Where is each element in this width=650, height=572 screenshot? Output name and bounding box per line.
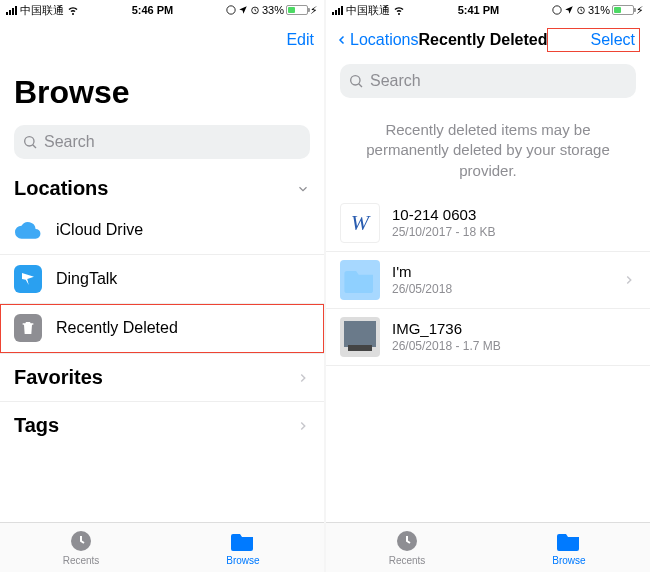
dingtalk-icon <box>14 265 42 293</box>
clock: 5:46 PM <box>79 4 226 16</box>
signal-icon <box>332 6 343 15</box>
file-row-image[interactable]: IMG_1736 26/05/2018 - 1.7 MB <box>326 309 650 366</box>
status-bar: 中国联通 5:41 PM 31% ⚡︎ <box>326 0 650 20</box>
carrier-label: 中国联通 <box>346 3 390 18</box>
back-label: Locations <box>350 31 419 49</box>
battery-percent: 31% <box>588 4 610 16</box>
info-text: Recently deleted items may be permanentl… <box>326 110 650 195</box>
alarm-icon <box>576 5 586 15</box>
select-button[interactable]: Select <box>547 28 640 52</box>
tab-recents-label: Recents <box>63 555 100 566</box>
search-icon <box>348 73 364 89</box>
location-icloud[interactable]: iCloud Drive <box>0 206 324 255</box>
icloud-icon <box>14 216 42 244</box>
folder-icon <box>557 529 581 553</box>
battery-percent: 33% <box>262 4 284 16</box>
chevron-right-icon <box>622 273 636 287</box>
chevron-right-icon <box>296 371 310 385</box>
chevron-left-icon <box>336 31 348 49</box>
tags-label: Tags <box>14 414 59 437</box>
dingtalk-label: DingTalk <box>56 270 310 288</box>
folder-icon <box>340 260 380 300</box>
word-doc-icon: W <box>340 203 380 243</box>
search-icon <box>22 134 38 150</box>
chevron-right-icon <box>296 419 310 433</box>
tab-bar: Recents Browse <box>326 522 650 572</box>
wifi-icon <box>67 4 79 16</box>
locations-header[interactable]: Locations <box>0 171 324 206</box>
file-name: 10-214 0603 <box>392 206 636 223</box>
do-not-disturb-icon <box>552 5 562 15</box>
file-meta: 26/05/2018 - 1.7 MB <box>392 339 636 353</box>
phone-right: 中国联通 5:41 PM 31% ⚡︎ Locations Recently D… <box>326 0 650 572</box>
tab-browse-label: Browse <box>552 555 585 566</box>
status-bar: 中国联通 5:46 PM 33% ⚡︎ <box>0 0 324 20</box>
tab-recents[interactable]: Recents <box>326 523 488 572</box>
page-title: Browse <box>0 60 324 121</box>
trash-icon <box>14 314 42 342</box>
edit-button[interactable]: Edit <box>219 31 314 49</box>
signal-icon <box>6 6 17 15</box>
do-not-disturb-icon <box>226 5 236 15</box>
tags-header[interactable]: Tags <box>0 401 324 449</box>
tab-browse[interactable]: Browse <box>162 523 324 572</box>
photo-thumbnail-icon <box>340 317 380 357</box>
location-recently-deleted[interactable]: Recently Deleted <box>0 304 324 353</box>
file-meta: 26/05/2018 <box>392 282 622 296</box>
locations-label: Locations <box>14 177 108 200</box>
alarm-icon <box>250 5 260 15</box>
tab-recents[interactable]: Recents <box>0 523 162 572</box>
clock-icon <box>69 529 93 553</box>
folder-icon <box>231 529 255 553</box>
svg-point-0 <box>227 6 235 14</box>
charging-icon: ⚡︎ <box>636 4 644 17</box>
tab-browse[interactable]: Browse <box>488 523 650 572</box>
file-row-folder[interactable]: I'm 26/05/2018 <box>326 252 650 309</box>
back-button[interactable]: Locations <box>336 31 419 49</box>
charging-icon: ⚡︎ <box>310 4 318 17</box>
phone-left: 中国联通 5:46 PM 33% ⚡︎ Edit Browse Search L… <box>0 0 324 572</box>
tab-recents-label: Recents <box>389 555 426 566</box>
file-meta: 25/10/2017 - 18 KB <box>392 225 636 239</box>
location-icon <box>238 5 248 15</box>
file-name: IMG_1736 <box>392 320 636 337</box>
nav-bar: Edit <box>0 20 324 60</box>
location-icon <box>564 5 574 15</box>
search-input[interactable]: Search <box>340 64 636 98</box>
tab-bar: Recents Browse <box>0 522 324 572</box>
icloud-label: iCloud Drive <box>56 221 310 239</box>
chevron-down-icon <box>296 182 310 196</box>
svg-point-4 <box>553 6 561 14</box>
battery-icon <box>286 5 308 15</box>
recently-deleted-label: Recently Deleted <box>56 319 310 337</box>
file-name: I'm <box>392 263 622 280</box>
battery-icon <box>612 5 634 15</box>
file-row-word[interactable]: W 10-214 0603 25/10/2017 - 18 KB <box>326 195 650 252</box>
nav-bar: Locations Recently Deleted Select <box>326 20 650 60</box>
location-dingtalk[interactable]: DingTalk <box>0 255 324 304</box>
wifi-icon <box>393 4 405 16</box>
search-placeholder: Search <box>370 72 421 90</box>
page-title: Recently Deleted <box>419 31 548 49</box>
clock: 5:41 PM <box>405 4 552 16</box>
clock-icon <box>395 529 419 553</box>
search-placeholder: Search <box>44 133 95 151</box>
tab-browse-label: Browse <box>226 555 259 566</box>
favorites-header[interactable]: Favorites <box>0 353 324 401</box>
search-input[interactable]: Search <box>14 125 310 159</box>
favorites-label: Favorites <box>14 366 103 389</box>
svg-point-2 <box>25 137 34 146</box>
carrier-label: 中国联通 <box>20 3 64 18</box>
svg-point-6 <box>351 76 360 85</box>
